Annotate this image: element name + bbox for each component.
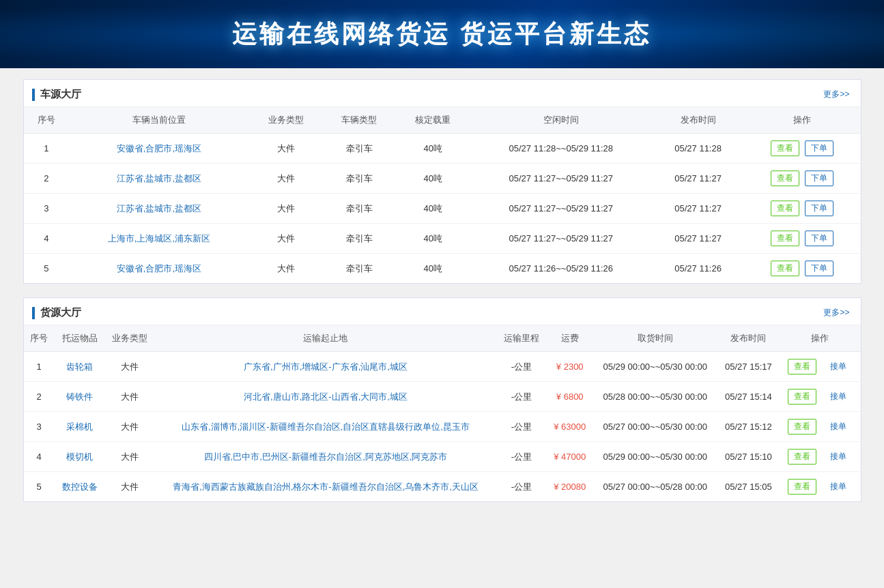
cargo-row-pickup-time: 05/29 00:00~~05/30 00:00	[593, 352, 717, 382]
vehicle-row-publish-time: 05/27 11:26	[652, 254, 743, 284]
vehicle-table-row: 1 安徽省,合肥市,瑶海区 大件 牵引车 40吨 05/27 11:28~~05…	[24, 134, 861, 164]
col-idle-time: 空闲时间	[470, 107, 652, 134]
vehicle-view-button[interactable]: 查看	[771, 141, 799, 156]
vehicle-view-button[interactable]: 查看	[771, 261, 799, 276]
cargo-row-distance: -公里	[496, 442, 546, 472]
vehicle-row-index: 2	[24, 164, 70, 194]
vehicle-order-button[interactable]: 下单	[805, 231, 833, 246]
vehicle-row-idle-time: 05/27 11:26~~05/29 11:26	[470, 254, 652, 284]
cargo-row-biz-type: 大件	[104, 472, 154, 502]
vehicle-row-idle-time: 05/27 11:28~~05/29 11:28	[470, 134, 652, 164]
vehicle-row-location: 安徽省,合肥市,瑶海区	[69, 254, 249, 284]
vehicle-row-location: 江苏省,盐城市,盐都区	[69, 164, 249, 194]
vehicle-section-header: 车源大厅 更多>>	[24, 80, 861, 107]
cargo-row-action: 查看 接单	[780, 382, 860, 412]
cargo-view-button[interactable]: 查看	[788, 419, 816, 435]
vehicle-row-publish-time: 05/27 11:27	[652, 194, 743, 224]
cargo-row-goods: 数控设备	[55, 472, 104, 502]
col-publish-time: 发布时间	[652, 107, 743, 134]
vehicle-row-index: 3	[24, 194, 70, 224]
cargo-row-publish-time: 05/27 15:14	[717, 382, 780, 412]
cargo-row-distance: -公里	[496, 472, 546, 502]
vehicle-order-button[interactable]: 下单	[805, 261, 833, 276]
cargo-col-publish-time: 发布时间	[717, 325, 780, 352]
cargo-row-action: 查看 接单	[780, 352, 860, 382]
vehicle-order-button[interactable]: 下单	[805, 201, 833, 216]
col-index: 序号	[24, 107, 70, 134]
vehicle-row-location: 上海市,上海城区,浦东新区	[69, 224, 249, 254]
cargo-section-header: 货源大厅 更多>>	[24, 298, 861, 325]
cargo-row-route: 山东省,淄博市,淄川区-新疆维吾尔自治区,自治区直辖县级行政单位,昆玉市	[155, 412, 497, 442]
vehicle-row-vehicle-type: 牵引车	[323, 164, 397, 194]
cargo-table-header-row: 序号 托运物品 业务类型 运输起止地 运输里程 运费 取货时间 发布时间 操作	[24, 325, 861, 352]
cargo-row-biz-type: 大件	[104, 412, 154, 442]
cargo-row-action: 查看 接单	[780, 412, 860, 442]
vehicle-row-biz-type: 大件	[249, 164, 323, 194]
cargo-row-distance: -公里	[496, 382, 546, 412]
col-action: 操作	[744, 107, 861, 134]
cargo-view-button[interactable]: 查看	[788, 479, 816, 495]
vehicle-row-load: 40吨	[396, 254, 470, 284]
vehicle-row-biz-type: 大件	[249, 224, 323, 254]
vehicle-row-location: 江苏省,盐城市,盐都区	[69, 194, 249, 224]
cargo-col-index: 序号	[24, 325, 55, 352]
cargo-view-button[interactable]: 查看	[788, 359, 816, 374]
cargo-row-pickup-time: 05/28 00:00~~05/30 00:00	[593, 382, 717, 412]
vehicle-view-button[interactable]: 查看	[771, 171, 799, 186]
cargo-row-action: 查看 接单	[780, 442, 860, 472]
cargo-accept-button[interactable]: 接单	[825, 420, 852, 434]
cargo-section-title: 货源大厅	[32, 306, 81, 319]
cargo-table-row: 2 铸铁件 大件 河北省,唐山市,路北区-山西省,大同市,城区 -公里 ¥ 68…	[24, 382, 861, 412]
cargo-row-biz-type: 大件	[104, 382, 154, 412]
cargo-row-route: 河北省,唐山市,路北区-山西省,大同市,城区	[155, 382, 497, 412]
cargo-row-price: ¥ 63000	[547, 412, 593, 442]
cargo-row-biz-type: 大件	[104, 352, 154, 382]
cargo-row-pickup-time: 05/27 00:00~~05/30 00:00	[593, 412, 717, 442]
title-bar-icon	[32, 89, 35, 101]
vehicle-row-action: 查看 下单	[744, 164, 861, 194]
vehicle-row-biz-type: 大件	[249, 194, 323, 224]
cargo-row-price: ¥ 2300	[547, 352, 593, 382]
cargo-table-row: 1 齿轮箱 大件 广东省,广州市,增城区-广东省,汕尾市,城区 -公里 ¥ 23…	[24, 352, 861, 382]
vehicle-row-index: 5	[24, 254, 70, 284]
cargo-accept-button[interactable]: 接单	[825, 480, 852, 494]
cargo-accept-button[interactable]: 接单	[825, 359, 852, 374]
cargo-row-pickup-time: 05/29 00:00~~05/30 00:00	[593, 442, 717, 472]
vehicle-row-publish-time: 05/27 11:27	[652, 224, 743, 254]
cargo-row-publish-time: 05/27 15:12	[717, 412, 780, 442]
cargo-view-button[interactable]: 查看	[788, 389, 816, 405]
vehicle-row-publish-time: 05/27 11:27	[652, 164, 743, 194]
vehicle-more-link[interactable]: 更多>>	[823, 89, 849, 100]
banner-title: 运输在线网络货运 货运平台新生态	[232, 18, 651, 51]
cargo-row-index: 3	[24, 412, 55, 442]
vehicle-view-button[interactable]: 查看	[771, 231, 799, 246]
vehicle-section: 车源大厅 更多>> 序号 车辆当前位置 业务类型 车辆类型 核定载重 空闲时间 …	[23, 79, 861, 284]
cargo-row-route: 广东省,广州市,增城区-广东省,汕尾市,城区	[155, 352, 497, 382]
vehicle-row-load: 40吨	[396, 194, 470, 224]
cargo-row-index: 1	[24, 352, 55, 382]
vehicle-row-load: 40吨	[396, 134, 470, 164]
cargo-accept-button[interactable]: 接单	[825, 450, 852, 464]
cargo-row-route: 青海省,海西蒙古族藏族自治州,格尔木市-新疆维吾尔自治区,乌鲁木齐市,天山区	[155, 472, 497, 502]
cargo-table-row: 4 模切机 大件 四川省,巴中市,巴州区-新疆维吾尔自治区,阿克苏地区,阿克苏市…	[24, 442, 861, 472]
vehicle-row-idle-time: 05/27 11:27~~05/29 11:27	[470, 224, 652, 254]
cargo-more-link[interactable]: 更多>>	[823, 307, 849, 319]
vehicle-order-button[interactable]: 下单	[805, 141, 833, 156]
col-load: 核定载重	[396, 107, 470, 134]
vehicle-order-button[interactable]: 下单	[805, 171, 833, 186]
cargo-row-price: ¥ 6800	[547, 382, 593, 412]
cargo-accept-button[interactable]: 接单	[825, 389, 852, 404]
vehicle-row-action: 查看 下单	[744, 134, 861, 164]
cargo-view-button[interactable]: 查看	[788, 449, 816, 465]
cargo-row-publish-time: 05/27 15:10	[717, 442, 780, 472]
vehicle-row-index: 1	[24, 134, 70, 164]
cargo-table-row: 3 采棉机 大件 山东省,淄博市,淄川区-新疆维吾尔自治区,自治区直辖县级行政单…	[24, 412, 861, 442]
cargo-row-index: 4	[24, 442, 55, 472]
cargo-col-route: 运输起止地	[155, 325, 497, 352]
vehicle-row-biz-type: 大件	[249, 134, 323, 164]
cargo-table: 序号 托运物品 业务类型 运输起止地 运输里程 运费 取货时间 发布时间 操作 …	[24, 325, 861, 501]
vehicle-view-button[interactable]: 查看	[771, 201, 799, 216]
cargo-row-publish-time: 05/27 15:05	[717, 472, 780, 502]
vehicle-row-vehicle-type: 牵引车	[323, 194, 397, 224]
cargo-col-biz-type: 业务类型	[104, 325, 154, 352]
